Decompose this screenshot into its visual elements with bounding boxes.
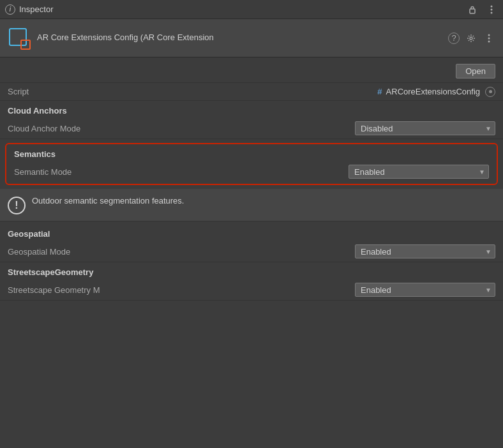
more-options-button[interactable]	[485, 3, 498, 16]
cloud-anchor-mode-row: Cloud Anchor Mode Disabled Enabled Persi…	[0, 118, 503, 139]
geospatial-mode-label: Geospatial Mode	[8, 247, 110, 257]
streetscape-dropdown-wrapper: Disabled Enabled ▼	[355, 283, 495, 297]
semantic-mode-dropdown-wrapper: Disabled Enabled ▼	[349, 165, 489, 179]
tab-title: Inspector	[19, 4, 53, 14]
svg-point-2	[491, 8, 493, 10]
cloud-anchors-header: Cloud Anchors	[0, 101, 503, 118]
svg-point-5	[488, 34, 490, 36]
open-button-row: Open	[0, 57, 503, 83]
semantics-header: Semantics	[6, 144, 497, 161]
component-more-button[interactable]	[483, 32, 495, 45]
semantic-mode-dropdown[interactable]: Disabled Enabled	[349, 165, 489, 179]
component-settings-button[interactable]	[465, 32, 477, 45]
component-header: AR Core Extensions Config (AR Core Exten…	[0, 19, 503, 57]
cloud-anchor-dropdown-wrapper: Disabled Enabled Persistent ▼	[355, 121, 495, 135]
warning-icon: !	[8, 197, 26, 214]
geospatial-mode-dropdown[interactable]: Disabled Enabled	[355, 244, 495, 258]
streetscape-mode-label: Streetscape Geometry M	[8, 285, 110, 295]
geospatial-section: Geospatial Geospatial Mode Disabled Enab…	[0, 224, 503, 262]
semantic-mode-value: Disabled Enabled ▼	[116, 165, 489, 179]
content-area: Script # ARCoreExtensionsConfig Cloud An…	[0, 83, 503, 448]
geospatial-header: Geospatial	[0, 224, 503, 241]
target-icon-button[interactable]	[485, 87, 495, 97]
streetscape-mode-row: Streetscape Geometry M Disabled Enabled …	[0, 280, 503, 301]
svg-point-7	[488, 40, 490, 42]
script-value-inner: # ARCoreExtensionsConfig	[377, 87, 480, 96]
warning-box: ! Outdoor semantic segmentation features…	[0, 189, 503, 221]
svg-point-4	[470, 37, 472, 40]
info-icon: i	[5, 4, 15, 15]
tab-bar-right	[466, 3, 498, 16]
streetscape-mode-dropdown[interactable]: Disabled Enabled	[355, 283, 495, 297]
hash-icon: #	[377, 87, 382, 96]
semantic-mode-row: Semantic Mode Disabled Enabled ▼	[6, 161, 497, 184]
component-title: AR Core Extensions Config (AR Core Exten…	[37, 33, 443, 43]
component-icon	[8, 27, 31, 50]
svg-point-6	[488, 37, 490, 39]
tab-bar: i Inspector	[0, 0, 503, 19]
cloud-anchors-section: Cloud Anchors Cloud Anchor Mode Disabled…	[0, 101, 503, 139]
component-header-icons: ?	[448, 32, 495, 45]
script-name: ARCoreExtensionsConfig	[386, 87, 480, 96]
streetscape-mode-value: Disabled Enabled ▼	[110, 283, 495, 297]
geospatial-mode-value: Disabled Enabled ▼	[110, 244, 495, 258]
geospatial-mode-row: Geospatial Mode Disabled Enabled ▼	[0, 241, 503, 262]
svg-point-3	[491, 11, 493, 13]
streetscape-section: StreetscapeGeometry Streetscape Geometry…	[0, 262, 503, 301]
cloud-anchor-mode-label: Cloud Anchor Mode	[8, 124, 110, 133]
semantic-mode-label: Semantic Mode	[14, 167, 116, 177]
svg-point-1	[491, 5, 493, 7]
inspector-panel: i Inspector AR	[0, 0, 503, 448]
tab-bar-left: i Inspector	[5, 4, 53, 15]
script-value: # ARCoreExtensionsConfig	[110, 87, 495, 97]
open-button[interactable]: Open	[456, 64, 495, 78]
cloud-anchor-mode-value: Disabled Enabled Persistent ▼	[110, 121, 495, 135]
cloud-anchor-mode-dropdown[interactable]: Disabled Enabled Persistent	[355, 121, 495, 135]
script-label: Script	[8, 87, 110, 96]
cube-inner-icon	[20, 40, 31, 50]
lock-icon-button[interactable]	[466, 3, 479, 16]
warning-text: Outdoor semantic segmentation features.	[32, 195, 495, 207]
semantics-section: Semantics Semantic Mode Disabled Enabled…	[5, 143, 498, 185]
geospatial-dropdown-wrapper: Disabled Enabled ▼	[355, 244, 495, 258]
script-row: Script # ARCoreExtensionsConfig	[0, 83, 503, 101]
svg-rect-0	[470, 9, 475, 13]
component-help-button[interactable]: ?	[448, 33, 460, 44]
streetscape-header: StreetscapeGeometry	[0, 262, 503, 280]
